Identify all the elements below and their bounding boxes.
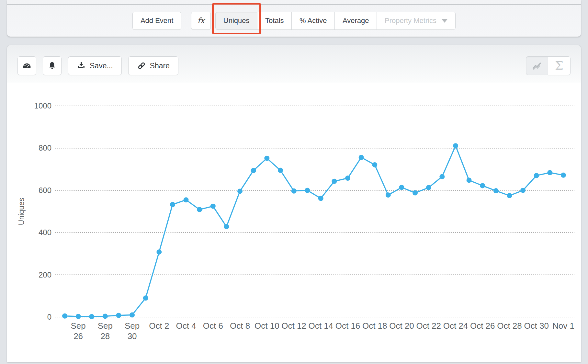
dashboard-gauge-button[interactable]: [17, 56, 36, 75]
svg-text:Oct 8: Oct 8: [230, 321, 250, 331]
svg-text:Oct 20: Oct 20: [389, 321, 414, 331]
svg-text:0: 0: [47, 313, 51, 321]
link-icon: [137, 61, 146, 70]
svg-text:Nov 1: Nov 1: [552, 321, 574, 331]
chart-toolbar-left-group: Save... Share: [17, 56, 178, 75]
svg-text:Sep: Sep: [71, 321, 85, 331]
alert-bell-button[interactable]: [43, 56, 62, 75]
property-metrics-label: Property Metrics: [385, 17, 436, 25]
download-icon: [77, 61, 86, 70]
chart-view-toggle: Σ: [526, 56, 571, 75]
svg-text:Oct 24: Oct 24: [443, 321, 468, 331]
svg-text:Oct 10: Oct 10: [254, 321, 279, 331]
bell-icon: [47, 61, 57, 71]
metric-toolbar: Add Event fx Uniques Totals % Active Ave…: [7, 12, 581, 30]
svg-text:400: 400: [39, 228, 51, 237]
uniques-line-chart-svg: 02004006008001000UniquesSep26Sep28Sep30O…: [7, 83, 581, 362]
svg-text:Oct 4: Oct 4: [176, 321, 196, 331]
svg-text:Oct 14: Oct 14: [308, 321, 333, 331]
svg-text:Uniques: Uniques: [17, 198, 26, 225]
property-metrics-dropdown[interactable]: Property Metrics: [377, 12, 456, 30]
svg-text:Sep: Sep: [125, 321, 140, 331]
chart-panel: Save... Share: [7, 45, 581, 362]
svg-text:Oct 6: Oct 6: [203, 321, 223, 331]
metric-segmented-control: Uniques Totals % Active Average Property…: [215, 12, 456, 30]
save-button[interactable]: Save...: [68, 56, 122, 75]
line-chart-icon: [532, 60, 543, 71]
gauge-icon: [22, 61, 32, 71]
svg-text:30: 30: [128, 331, 137, 341]
tab-uniques[interactable]: Uniques: [215, 12, 258, 30]
svg-text:200: 200: [39, 270, 51, 279]
share-label: Share: [150, 62, 170, 70]
save-label: Save...: [90, 62, 113, 70]
svg-text:Oct 2: Oct 2: [149, 321, 169, 331]
svg-text:Oct 16: Oct 16: [335, 321, 360, 331]
svg-text:26: 26: [74, 331, 83, 341]
chart-toolbar: Save... Share: [7, 45, 581, 83]
tab-average[interactable]: Average: [334, 12, 377, 30]
share-button[interactable]: Share: [128, 56, 178, 75]
svg-text:1000: 1000: [34, 101, 51, 110]
svg-text:600: 600: [39, 186, 51, 195]
sigma-view-button[interactable]: Σ: [548, 56, 571, 75]
tab-totals[interactable]: Totals: [257, 12, 292, 30]
sigma-icon: Σ: [555, 60, 563, 72]
svg-text:800: 800: [39, 143, 51, 152]
svg-text:Oct 12: Oct 12: [281, 321, 306, 331]
line-view-button[interactable]: [526, 56, 548, 75]
chevron-down-icon: [442, 19, 447, 23]
toolbar-divider: [7, 4, 581, 5]
line-chart[interactable]: 02004006008001000UniquesSep26Sep28Sep30O…: [7, 83, 581, 362]
formula-fx-button[interactable]: fx: [191, 12, 210, 30]
svg-text:28: 28: [100, 331, 110, 341]
svg-text:Sep: Sep: [98, 321, 113, 331]
tab-percent-active[interactable]: % Active: [291, 12, 335, 30]
svg-text:Oct 30: Oct 30: [524, 321, 549, 331]
svg-text:Oct 26: Oct 26: [470, 321, 495, 331]
top-toolbar-panel: Add Event fx Uniques Totals % Active Ave…: [7, 0, 581, 37]
svg-text:Oct 22: Oct 22: [416, 321, 441, 331]
svg-text:Oct 18: Oct 18: [362, 321, 387, 331]
add-event-button[interactable]: Add Event: [132, 12, 182, 30]
svg-text:Oct 28: Oct 28: [497, 321, 522, 331]
